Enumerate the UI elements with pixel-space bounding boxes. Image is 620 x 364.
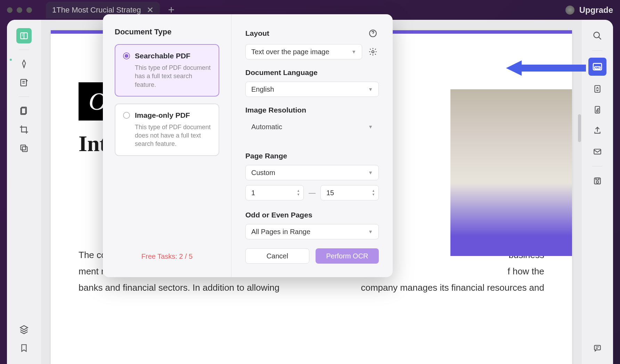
share-button[interactable] [590,123,605,138]
crop-tool-button[interactable] [16,122,32,137]
convert-button[interactable] [590,81,605,97]
option-description: This type of PDF document has a full tex… [135,64,211,89]
document-type-heading: Document Type [115,27,219,36]
chevron-down-icon: ▼ [368,86,373,92]
close-window-button[interactable] [7,7,13,13]
range-to-value: 15 [326,189,334,197]
mail-button[interactable] [590,144,605,159]
image-only-pdf-option[interactable]: Image-only PDF This type of PDF document… [115,104,219,156]
language-select[interactable]: English ▼ [245,82,379,97]
reader-mode-button[interactable] [16,28,32,43]
svg-point-16 [596,181,599,183]
svg-point-6 [594,32,599,38]
svg-rect-15 [596,178,599,180]
tab-title: 1The Most Crucial Strateg [52,6,141,15]
page-range-label: Page Range [245,152,379,160]
svg-rect-12 [597,110,598,112]
layout-value: Text over the page image [251,48,329,56]
page-range-value: Custom [251,169,275,177]
range-from-input[interactable]: 1 ▲▼ [245,185,304,200]
protect-button[interactable] [590,102,605,117]
search-button[interactable] [590,28,605,43]
left-toolbar [7,20,41,364]
toolbar-separator [19,50,29,50]
option-title: Searchable PDF [135,52,190,60]
range-from-value: 1 [251,189,255,197]
layout-settings-button[interactable] [367,46,379,58]
radio-selected-icon [123,52,130,59]
page-range-select[interactable]: Custom ▼ [245,165,379,180]
searchable-pdf-option[interactable]: Searchable PDF This type of PDF document… [115,44,219,97]
perform-ocr-button[interactable]: Perform OCR [316,248,379,264]
window-controls [7,7,32,13]
radio-unselected-icon [123,112,130,119]
chevron-down-icon: ▼ [368,229,373,234]
close-tab-icon[interactable]: ✕ [147,5,154,15]
option-description: This type of PDF document does not have … [135,123,211,148]
duplicate-tool-button[interactable] [16,141,32,156]
chevron-down-icon: ▼ [368,170,373,175]
help-icon[interactable] [367,27,379,39]
svg-point-20 [372,51,374,53]
save-button[interactable] [590,173,605,189]
right-toolbar: OCR [582,20,613,364]
range-separator: — [309,189,316,197]
free-tasks-counter: Free Tasks: 2 / 5 [115,253,219,264]
toolbar-separator [592,166,603,166]
svg-rect-4 [21,145,26,150]
ocr-dialog: Document Type Searchable PDF This type o… [103,14,393,277]
svg-marker-18 [506,60,586,76]
user-avatar [565,6,574,15]
parity-value: All Pages in Range [251,228,310,236]
layout-select[interactable]: Text over the page image ▼ [245,44,362,59]
language-value: English [251,85,274,93]
dialog-left-panel: Document Type Searchable PDF This type o… [103,14,231,277]
maximize-window-button[interactable] [26,7,32,13]
minimize-window-button[interactable] [17,7,22,13]
dialog-right-panel: Layout Text over the page image ▼ Docume… [231,14,393,277]
svg-text:OCR: OCR [595,66,600,69]
svg-rect-17 [594,345,600,350]
svg-rect-13 [594,149,601,154]
parity-select[interactable]: All Pages in Range ▼ [245,224,379,239]
layout-label: Layout [245,29,269,38]
cancel-button[interactable]: Cancel [245,248,309,264]
upgrade-label: Upgrade [579,5,613,15]
parity-label: Odd or Even Pages [245,211,379,219]
page-tool-button[interactable] [16,103,32,118]
active-indicator-dot [10,59,12,61]
option-title: Image-only PDF [135,111,190,119]
language-label: Document Language [245,68,379,77]
toolbar-separator [592,50,603,51]
resolution-label: Image Resolution [245,106,379,114]
layers-button[interactable] [16,322,32,337]
vertical-scrollbar[interactable] [578,114,581,142]
range-to-input[interactable]: 15 ▲▼ [320,185,379,200]
document-image [450,89,572,256]
annotation-arrow [506,58,586,78]
resolution-value: Automatic [251,123,282,131]
ocr-button[interactable]: OCR [588,58,606,76]
stepper-control[interactable]: ▲▼ [372,189,375,196]
svg-rect-5 [22,147,27,151]
stepper-control[interactable]: ▲▼ [297,189,300,196]
comments-button[interactable] [590,340,605,356]
resolution-select[interactable]: Automatic ▼ [245,119,379,134]
chevron-down-icon: ▼ [368,124,373,130]
upgrade-area[interactable]: Upgrade [565,5,613,15]
chevron-down-icon: ▼ [351,49,356,55]
highlight-tool-button[interactable] [16,56,32,72]
toolbar-separator [19,97,29,97]
annotate-tool-button[interactable] [16,75,32,90]
bookmark-button[interactable] [16,340,32,356]
